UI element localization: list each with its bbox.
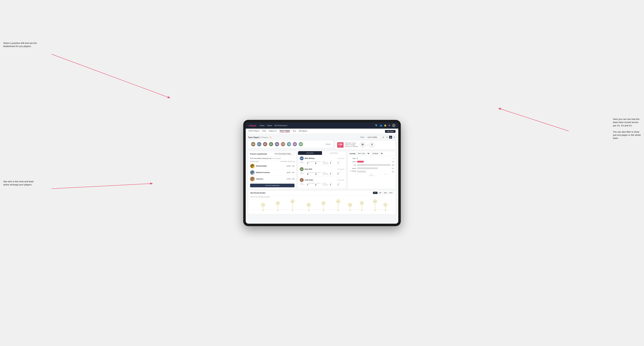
nav-teams[interactable]: Teams [267,125,272,127]
player-avatar-9[interactable]: DS [298,142,303,147]
pa-name-1: Blair McHarg [305,158,314,159]
subnav-all-players[interactable]: All Players [299,130,307,132]
streak-bubble-2: 6x [291,199,294,203]
activity-player-2: RB Rees Britt 02 Sep 2023 Total Rounds [298,166,346,177]
chart-area: Eagles 3 Birdies [348,156,396,177]
pa-putt-3: PUTT 1 [338,183,344,186]
double-bogeys-bar-wrap [357,170,391,173]
settings-icon[interactable]: ⚙ [388,124,390,127]
birdies-bar-wrap [357,161,392,163]
scoring-header: Scoring Par 3, 4 & 5s Par 3s Par 4s Par … [348,151,396,156]
pa-tpa3-label: Total Practice Activities [323,183,329,186]
player-avatar-3[interactable]: EC [263,142,268,147]
annotation-top-right: Here you can see how the team have score… [613,118,641,140]
search-icon[interactable]: 🔍 [375,124,378,127]
bogeys-val: 311 [392,168,394,169]
eagles-val: 3 [393,158,394,159]
pa-header-1: BM Blair McHarg 26 Aug 2023 [300,156,344,160]
pa-name-row-2: RB Rees Britt [300,167,312,171]
eagles-label: Eagles [350,158,356,159]
brand-logo: clippd [248,124,256,127]
avatar[interactable] [392,124,396,127]
team-controls: Show: Last 3 months Last month Last week… [360,136,396,139]
shot-badge: 198 sc [337,142,344,148]
lb-score-3: 17/20 [286,178,290,180]
lb-avg-3: 103 [292,178,294,180]
streaks-header: Best Round Streaks OTT APP ARG PUTT [248,190,396,195]
most-active-card: Most Active Least Active BM Blair McHarg… [298,151,346,189]
double-bogeys-val: 131 [392,171,394,172]
nav-home[interactable]: Home [260,125,264,127]
view-sort-icon[interactable]: ⇅ [393,136,396,139]
lb-name-2: Edward Crossman [256,172,285,173]
streak-bubble-8: 3x [373,199,377,203]
show-select[interactable]: Last 3 months Last month Last week All t… [366,136,380,139]
streaks-btn-ott[interactable]: OTT [373,192,378,194]
bell-icon[interactable]: 🔔 [384,124,386,127]
streak-dot-8 [375,210,376,211]
tablet-screen: clippd Home Teams My Performance 🔍 👥 🔔 ⚙… [246,122,398,224]
streaks-buttons: OTT APP ARG PUTT [373,192,394,194]
lb-score-1: 19/20 [286,165,290,167]
streak-point-7: 4x [360,201,364,211]
lb-rank-2: 2 [252,173,254,175]
streak-bubble-3: 5x [307,203,310,206]
scoring-title: Scoring [350,153,356,155]
streak-stem-0 [263,206,263,210]
eagles-bar-wrap [357,157,392,160]
player-avatar-1[interactable]: BM [251,142,256,147]
player-filter[interactable]: All Players [371,152,383,155]
lb-col-headers: PLAYER NAME PB SCORE PB AVG SQ [248,160,296,163]
shot-end-lie: End Lie: In The Hole [345,146,358,147]
lb-avg-2: 107 [292,172,294,173]
pa-name-row-3: JC Josh Coles [300,178,313,182]
streaks-btn-putt[interactable]: PUTT [388,192,394,194]
subnav-hcaps[interactable]: Hcaps 1-5 [269,130,277,132]
lb-row-2: 2 Edward Crossman 18/20 107 [248,169,296,176]
streaks-btn-app[interactable]: APP [378,192,382,194]
streak-point-5: 4x [336,199,340,211]
par-filter[interactable]: Par 3, 4 & 5s Par 3s Par 4s Par 5s [356,152,370,155]
pa-header-3: JC Josh Coles 26 Aug 2023 [300,178,344,182]
streak-stem-5 [338,203,338,210]
players-label: Players [326,143,331,145]
pa-tr3-label: Total Rounds [300,183,306,186]
edit-icon[interactable]: ✏️ [270,137,272,138]
player-avatar-4[interactable]: JC [268,142,274,147]
player-avatar-8[interactable]: KJ [292,142,297,147]
pars-bar [357,164,390,166]
pa-date-3: 26 Aug 2023 [338,179,344,181]
subnav-pga[interactable]: PGA [262,130,266,132]
users-icon[interactable]: 👥 [380,124,382,127]
team-title: Team Clippd | 14 Players ✏️ [248,137,272,138]
view-list-icon[interactable]: ☰ [385,136,388,139]
player-avatar-7[interactable]: TW [286,142,292,147]
pars-val: 499 [392,165,394,166]
subnav-team-clippd[interactable]: Team Clippd [280,130,290,133]
tab-most-active[interactable]: Most Active [298,151,322,155]
drill-select[interactable]: PUTT Must Make Putting... [274,153,294,155]
streaks-btn-arg[interactable]: ARG [383,192,388,194]
view-full-leaderboard-button[interactable]: View Full Leaderboard [250,184,294,187]
player-avatar-2[interactable]: RC [257,142,262,147]
pa-name-2: Rees Britt [305,168,312,170]
view-icons: ⊞ ☰ ▦ ⇅ [382,136,396,139]
lb-avatar-1: 1 [250,164,254,168]
chart-row-eagles: Eagles 3 [350,157,394,160]
view-grid-icon[interactable]: ⊞ [382,136,385,139]
navbar-icons: 🔍 👥 🔔 ⚙ [375,124,396,127]
lb-avg-1: 110 [292,165,294,167]
subnav-tour[interactable]: Tour [292,130,296,132]
player-avatar-5[interactable]: RB [274,142,280,147]
view-card-icon[interactable]: ▦ [389,136,392,139]
pa-putt-1: PUTT 1 [338,161,344,164]
add-team-button[interactable]: Add Team [385,130,396,133]
birdies-bar [357,161,364,163]
activity-player-1: BM Blair McHarg 26 Aug 2023 Total Rounds [298,155,346,166]
nav-my-performance[interactable]: My Performance [274,125,287,127]
player-avatar-6[interactable]: PH [280,142,286,147]
subnav-pgat[interactable]: PGAT Players [248,130,259,132]
streak-bubble-7: 4x [360,201,364,205]
tablet-frame: clippd Home Teams My Performance 🔍 👥 🔔 ⚙… [243,120,401,226]
tab-least-active[interactable]: Least Active [322,151,346,155]
